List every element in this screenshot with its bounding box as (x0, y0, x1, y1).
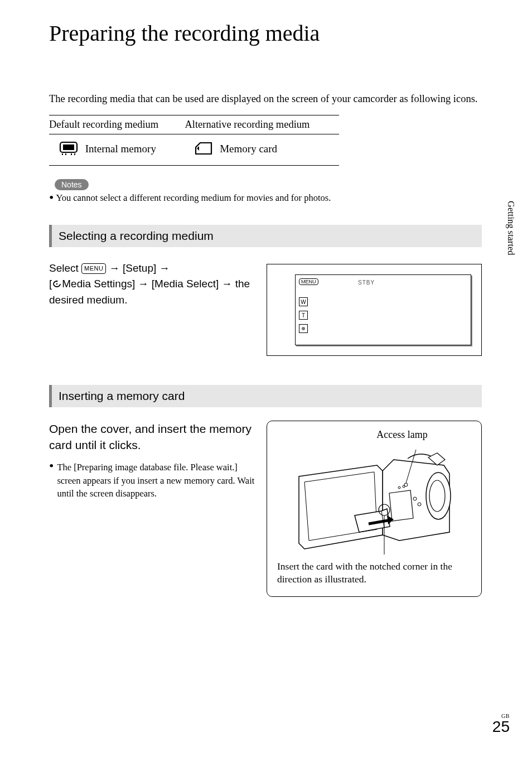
bullet-item: • The [Preparing image database file. Pl… (49, 461, 255, 499)
notes-label: Notes (55, 179, 89, 190)
card-insert-caption: Insert the card with the notched corner … (277, 560, 471, 586)
note-text: You cannot select a different recording … (56, 192, 331, 203)
note-item: •You cannot select a different recording… (49, 192, 482, 204)
page-number-block: GB 25 (492, 713, 510, 735)
svg-point-9 (302, 327, 305, 330)
screen-stby-label: STBY (358, 279, 375, 286)
arrow-icon: → (221, 278, 232, 290)
cell-memory-card-label: Memory card (220, 143, 277, 155)
camcorder-illustration-box: Access lamp (267, 421, 482, 597)
select-instruction: Select MENU → [Setup] → [Media Settings]… (49, 261, 255, 356)
svg-point-8 (56, 283, 57, 285)
cell-internal-memory-label: Internal memory (85, 143, 156, 155)
cell-internal-memory: Internal memory (49, 134, 185, 165)
insert-card-heading: Open the cover, and insert the memory ca… (49, 421, 255, 454)
svg-marker-6 (197, 146, 199, 151)
media-settings-icon (52, 280, 62, 288)
instr-setup: [Setup] (123, 262, 159, 274)
memory-card-icon (195, 142, 212, 158)
screen-zoom-tele: T (299, 311, 308, 320)
arrow-icon: → (109, 262, 123, 274)
instr-media-settings: Media Settings] (62, 278, 138, 290)
bullet-text: The [Preparing image database file. Plea… (57, 461, 255, 499)
section-inserting-card: Inserting a memory card (49, 385, 482, 407)
section-selecting-medium: Selecting a recording medium (49, 225, 482, 247)
instr-select: Select (49, 262, 81, 274)
section-side-tab: Getting started (505, 201, 516, 255)
arrow-icon: → (159, 262, 170, 274)
page-number: 25 (492, 718, 510, 735)
svg-rect-1 (63, 144, 74, 150)
instr-media-select: [Media Select] (149, 278, 222, 290)
intro-text: The recording media that can be used are… (49, 91, 482, 107)
table-header-alternative: Alternative recording medium (185, 115, 339, 134)
internal-memory-icon (59, 141, 78, 158)
access-lamp-label: Access lamp (277, 429, 471, 441)
screen-zoom-wide: W (299, 297, 308, 306)
page-title: Preparing the recording media (49, 20, 482, 46)
recording-media-table: Default recording medium Alternative rec… (49, 115, 339, 166)
arrow-icon: → (138, 278, 149, 290)
screen-record-button (299, 324, 308, 333)
table-header-default: Default recording medium (49, 115, 185, 134)
camcorder-card-insert-illustration (282, 443, 466, 555)
cell-memory-card: Memory card (185, 134, 339, 165)
table-row: Internal memory Memory card (49, 134, 339, 165)
screen-menu-button: MENU (299, 278, 318, 285)
camcorder-screen-illustration: MENU STBY W T (267, 264, 482, 356)
menu-button-label: MENU (81, 263, 106, 274)
